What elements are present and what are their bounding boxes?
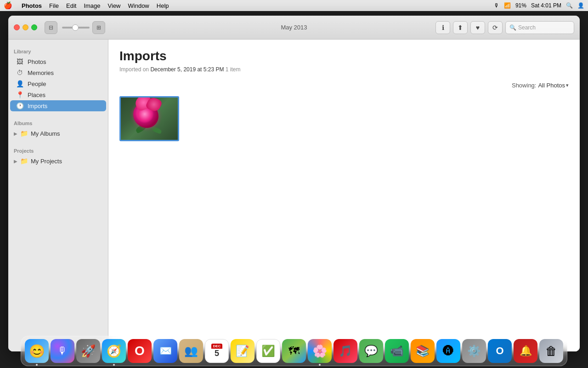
dock-item-reminders[interactable]: ✅ bbox=[256, 339, 280, 363]
zoom-slider-container bbox=[62, 27, 90, 29]
dock-item-maps[interactable]: 🗺 bbox=[282, 339, 306, 363]
albums-section-label: Albums bbox=[8, 117, 108, 128]
people-icon: 👤 bbox=[16, 80, 24, 87]
dock-item-appstore[interactable]: 🅐 bbox=[436, 339, 460, 363]
sidebar-item-imports-label: Imports bbox=[28, 103, 47, 109]
titlebar: ⊟ ⊞ May 2013 ℹ ⬆ ♥ ⟳ 🔍 Search bbox=[8, 16, 580, 40]
dock-item-settings[interactable]: ⚙️ bbox=[462, 339, 486, 363]
search-box[interactable]: 🔍 Search bbox=[505, 21, 574, 34]
sidebar-item-my-projects-label: My Projects bbox=[31, 158, 62, 165]
menubar-right: 🎙 📶 91% Sat 4:01 PM 🔍 👤 bbox=[494, 2, 584, 9]
dock-item-photos[interactable]: 🌸 bbox=[308, 339, 332, 363]
dock-item-siri[interactable]: 🎙 bbox=[51, 339, 74, 363]
import-date-label: Imported on bbox=[119, 66, 149, 73]
sidebar-item-my-albums-label: My Albums bbox=[31, 130, 60, 137]
menu-view[interactable]: View bbox=[108, 2, 121, 9]
sidebar-toggle-button[interactable]: ⊟ bbox=[45, 21, 57, 34]
fit-screen-button[interactable]: ⊞ bbox=[92, 21, 105, 34]
share-button[interactable]: ⬆ bbox=[453, 21, 468, 34]
menu-edit[interactable]: Edit bbox=[66, 2, 76, 9]
imports-icon: 🕐 bbox=[16, 102, 24, 109]
dock-item-rocket[interactable]: 🚀 bbox=[76, 339, 100, 363]
showing-row: Showing: All Photos ▾ bbox=[119, 82, 569, 89]
menubar-time: Sat 4:01 PM bbox=[531, 2, 561, 9]
traffic-lights bbox=[14, 24, 37, 30]
minimize-button[interactable] bbox=[23, 24, 28, 30]
dock-item-safari[interactable]: 🧭 bbox=[102, 339, 126, 363]
main-content: Imports Imported on December 5, 2019 at … bbox=[108, 40, 580, 351]
rose-flower bbox=[133, 103, 158, 128]
dock-area: 😊 🎙 🚀 🧭 O ✉️ 👥 bbox=[0, 331, 588, 368]
favorite-button[interactable]: ♥ bbox=[470, 21, 485, 34]
menubar-wifi-icon: 📶 bbox=[504, 2, 511, 9]
dock-item-books[interactable]: 📚 bbox=[411, 339, 435, 363]
rotate-button[interactable]: ⟳ bbox=[488, 21, 503, 34]
projects-section-label: Projects bbox=[8, 144, 108, 155]
my-projects-arrow-icon: ▶ bbox=[14, 159, 17, 164]
dock-item-itunes[interactable]: 🎵 bbox=[334, 339, 357, 363]
zoom-slider[interactable] bbox=[62, 27, 90, 29]
menubar: 🍎 Photos File Edit Image View Window Hel… bbox=[0, 0, 588, 11]
dock: 😊 🎙 🚀 🧭 O ✉️ 👥 bbox=[21, 336, 567, 366]
dock-item-calendar[interactable]: DEC 5 bbox=[205, 339, 229, 363]
sidebar-item-places[interactable]: 📍 Places bbox=[10, 89, 106, 100]
rose-container bbox=[133, 103, 165, 135]
sidebar: Library 🖼 Photos ⏱ Memories 👤 People 📍 P… bbox=[8, 40, 108, 351]
dock-item-facetime[interactable]: 📹 bbox=[385, 339, 409, 363]
dock-item-unknown[interactable]: 🔔 bbox=[514, 339, 537, 363]
sidebar-item-people[interactable]: 👤 People bbox=[10, 78, 106, 89]
showing-value[interactable]: All Photos bbox=[538, 82, 565, 89]
sidebar-item-my-projects[interactable]: ▶ 📁 My Projects bbox=[8, 155, 108, 167]
menu-help[interactable]: Help bbox=[157, 2, 169, 9]
dock-item-notes[interactable]: 📝 bbox=[231, 339, 254, 363]
dock-item-contacts[interactable]: 👥 bbox=[179, 339, 203, 363]
memories-icon: ⏱ bbox=[16, 69, 24, 76]
import-item-count: 1 item bbox=[226, 66, 241, 73]
search-icon: 🔍 bbox=[509, 24, 516, 31]
my-albums-folder-icon: 📁 bbox=[20, 130, 28, 137]
dock-item-messages[interactable]: 💬 bbox=[359, 339, 383, 363]
my-projects-folder-icon: 📁 bbox=[20, 157, 28, 165]
menubar-user-icon[interactable]: 👤 bbox=[577, 2, 584, 9]
sidebar-item-photos-label: Photos bbox=[28, 58, 46, 65]
dock-item-mail[interactable]: ✉️ bbox=[153, 339, 177, 363]
menubar-siri-icon[interactable]: 🎙 bbox=[494, 2, 499, 9]
calendar-display: DEC 5 bbox=[211, 344, 223, 359]
dock-dot-photos bbox=[319, 364, 321, 366]
menu-window[interactable]: Window bbox=[128, 2, 149, 9]
sidebar-item-memories-label: Memories bbox=[28, 69, 54, 76]
menu-file[interactable]: File bbox=[49, 2, 59, 9]
sidebar-item-memories[interactable]: ⏱ Memories bbox=[10, 67, 106, 78]
dock-item-trash[interactable]: 🗑 bbox=[539, 339, 563, 363]
menubar-battery: 91% bbox=[515, 2, 526, 9]
leaf-right bbox=[151, 126, 162, 134]
import-subtitle: Imported on December 5, 2019 at 5:23 PM … bbox=[119, 66, 569, 73]
sidebar-item-photos[interactable]: 🖼 Photos bbox=[10, 56, 106, 67]
search-placeholder: Search bbox=[518, 24, 536, 31]
maximize-button[interactable] bbox=[31, 24, 37, 30]
page-title: Imports bbox=[119, 49, 569, 63]
close-button[interactable] bbox=[14, 24, 20, 30]
sidebar-item-imports[interactable]: 🕐 Imports bbox=[10, 100, 106, 111]
dock-dot-safari bbox=[113, 364, 115, 366]
photo-thumbnail[interactable] bbox=[119, 96, 179, 141]
apple-menu[interactable]: 🍎 bbox=[4, 1, 12, 10]
showing-chevron-icon[interactable]: ▾ bbox=[566, 82, 569, 88]
photo-grid bbox=[119, 96, 569, 141]
menubar-search-icon[interactable]: 🔍 bbox=[566, 2, 573, 9]
zoom-slider-thumb[interactable] bbox=[72, 24, 79, 31]
content-area: Library 🖼 Photos ⏱ Memories 👤 People 📍 P… bbox=[8, 40, 580, 351]
menu-image[interactable]: Image bbox=[84, 2, 100, 9]
menu-photos[interactable]: Photos bbox=[22, 2, 42, 9]
info-button[interactable]: ℹ bbox=[435, 21, 450, 34]
main-inner: Imports Imported on December 5, 2019 at … bbox=[119, 49, 569, 141]
dock-item-outlook[interactable]: O bbox=[488, 339, 512, 363]
import-date: December 5, 2019 at 5:23 PM bbox=[150, 66, 224, 73]
sidebar-item-people-label: People bbox=[28, 80, 46, 87]
sidebar-item-my-albums[interactable]: ▶ 📁 My Albums bbox=[8, 128, 108, 139]
dock-item-finder[interactable]: 😊 bbox=[25, 339, 49, 363]
titlebar-title: May 2013 bbox=[281, 24, 307, 31]
titlebar-controls: ⊟ ⊞ bbox=[45, 21, 105, 34]
dock-dot-finder bbox=[36, 364, 38, 366]
dock-item-opera[interactable]: O bbox=[128, 339, 152, 363]
